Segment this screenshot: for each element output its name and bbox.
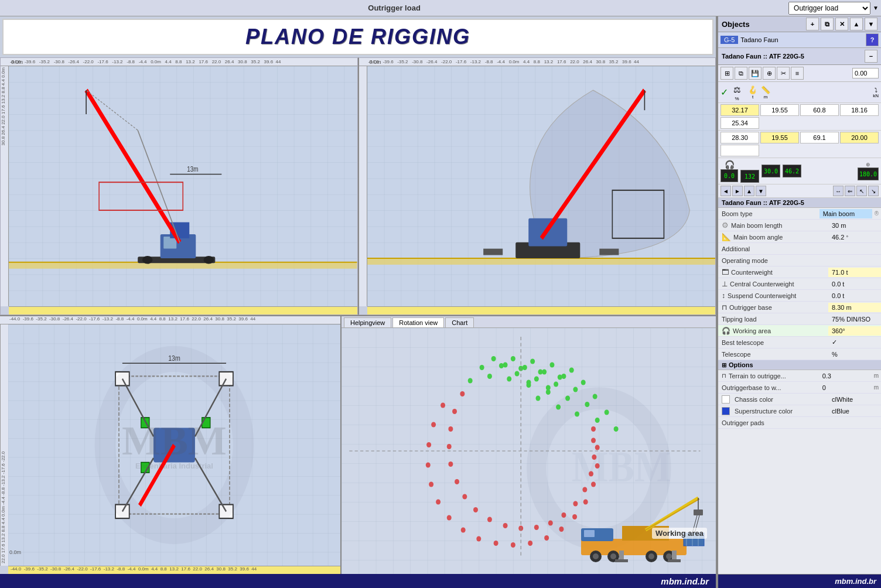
nav-down-icon[interactable]: ▼ <box>756 186 766 196</box>
svg-point-121 <box>591 482 596 487</box>
table-icon[interactable]: ≡ <box>791 67 804 80</box>
value-input[interactable] <box>852 68 879 78</box>
central-cw-key: ⊥ Central Counterweight <box>718 279 828 289</box>
nav-left-icon[interactable]: ◄ <box>720 186 731 196</box>
best-telescope-row: Best telescope ✓ <box>718 337 881 348</box>
plus-plus-icon[interactable]: ⊕ <box>763 67 776 80</box>
delete-object-icon[interactable]: ✕ <box>835 18 848 30</box>
svg-point-105 <box>440 403 445 408</box>
tipping-load-val: 75% DIN/ISO <box>828 314 881 324</box>
weight-icon: ⚖ <box>730 83 743 96</box>
percent-label: % <box>735 96 739 101</box>
properties-area: Boom type Main boom ® ⚙ Main boom length… <box>718 208 881 574</box>
front-view-ruler-bottom <box>9 306 357 314</box>
terrain-unit: m <box>872 372 881 379</box>
svg-point-93 <box>473 507 478 512</box>
svg-point-122 <box>595 463 600 469</box>
svg-point-89 <box>447 444 452 449</box>
best-telescope-val: ✓ <box>828 337 881 347</box>
bottom-bar: mbm.ind.br <box>0 574 716 588</box>
helpingview-tab[interactable]: Helpingview <box>344 317 391 327</box>
save-icon[interactable]: 💾 <box>749 67 762 80</box>
svg-point-91 <box>455 479 459 484</box>
counterweight-row: 🗔 Counterweight 71.0 t <box>718 266 881 278</box>
svg-point-114 <box>494 541 498 546</box>
check-icon: ✓ <box>720 87 728 98</box>
scissors-icon[interactable]: ✂ <box>777 67 790 80</box>
grid-icon[interactable]: ⊞ <box>720 67 733 80</box>
degree-unit: ° <box>846 235 848 241</box>
operating-mode-key: Operating mode <box>718 256 828 265</box>
outriggerbase-row: Outriggerbase to w... 0 m <box>718 382 881 394</box>
arrow-se-icon[interactable]: ↘ <box>868 186 879 196</box>
svg-rect-146 <box>694 510 703 515</box>
superstructure-val: clBlue <box>828 406 881 416</box>
arrow-nw-icon[interactable]: ↖ <box>856 186 867 196</box>
svg-point-106 <box>431 422 436 428</box>
nav-up-icon[interactable]: ▲ <box>744 186 754 196</box>
gauge5-icon: ⊕ <box>866 162 870 167</box>
svg-point-110 <box>436 500 440 505</box>
boom-type-row: Boom type Main boom ® <box>718 208 881 220</box>
svg-point-78 <box>526 380 531 385</box>
top-view-content: MBM Engenharia Industrial <box>8 324 340 566</box>
svg-point-111 <box>447 515 452 521</box>
central-cw-label: Central Counterweight <box>730 281 794 288</box>
suspend-cw-label: Suspend Counterweight <box>728 292 796 299</box>
m-label: m <box>764 94 768 100</box>
spacer: Outrigger load <box>2 4 786 12</box>
add-object-icon[interactable]: + <box>806 18 819 30</box>
telescope-row: Telescope % <box>718 348 881 360</box>
top-bar: Outrigger load Outrigger load Axle load … <box>0 0 881 16</box>
rotation-view-tab[interactable]: Rotation view <box>392 317 444 327</box>
svg-point-90 <box>448 461 453 467</box>
svg-point-107 <box>426 442 431 447</box>
counterweight-label: Counterweight <box>731 269 773 276</box>
svg-point-86 <box>460 391 465 396</box>
outrigger-load-dropdown[interactable]: Outrigger load Axle load Ground pressure <box>788 2 870 15</box>
svg-point-137 <box>666 553 672 559</box>
outrigger-pads-key: Outrigger pads <box>718 418 828 428</box>
prop-section-title: Tadano Faun :: ATF 220G-5 <box>722 199 804 206</box>
chart-tab[interactable]: Chart <box>445 317 474 327</box>
move-down-icon[interactable]: ▼ <box>865 18 877 30</box>
crane-full-name: Tadano Faun :: ATF 220G-5 <box>722 53 804 60</box>
options-section-header: ⊞ Options <box>718 360 881 370</box>
svg-point-116 <box>528 541 532 546</box>
terrain-key: ⊓ Terrain to outrigge... <box>718 371 819 381</box>
length-icon: 📏 <box>761 86 770 94</box>
arrow-left-icon[interactable]: ⇐ <box>845 186 855 196</box>
terrain-icon: ⊓ <box>722 372 726 379</box>
svg-point-97 <box>534 525 539 530</box>
options-section-label: Options <box>729 361 753 368</box>
kn-label: kN <box>873 93 879 98</box>
arrow-right-icon[interactable]: ↔ <box>833 186 844 196</box>
t-label: t <box>752 94 753 100</box>
gauge3-group: 30.0 <box>762 165 780 177</box>
svg-point-81 <box>593 394 597 399</box>
svg-point-51 <box>491 356 496 361</box>
svg-point-68 <box>565 396 570 401</box>
crane-name-bar: Tadano Faun :: ATF 220G-5 − <box>718 48 881 65</box>
copy-object-icon[interactable]: ⧉ <box>821 18 834 30</box>
svg-point-83 <box>614 426 619 432</box>
outrigger-base-row: ⊓ Outrigger base 8.30 m <box>718 302 881 313</box>
move-up-icon[interactable]: ▲ <box>850 18 863 30</box>
additional-val <box>828 248 881 250</box>
val-r1c3: 60.8 <box>800 104 839 116</box>
top-view-ruler-top: -44.0 -39.6 -35.2 -30.8 -26.4 -22.0 -17.… <box>0 316 340 324</box>
best-telescope-key: Best telescope <box>718 338 828 347</box>
kn-group: ⤵ kN <box>873 87 879 98</box>
outrigger-base-key: ⊓ Outrigger base <box>718 302 828 313</box>
superstructure-color-swatch <box>722 407 730 415</box>
svg-point-118 <box>559 527 564 532</box>
boom-type-key: Boom type <box>718 209 819 218</box>
svg-text:MBM: MBM <box>572 443 671 491</box>
crane-minimize-icon[interactable]: − <box>865 50 877 63</box>
nav-right-icon[interactable]: ► <box>732 186 743 196</box>
layers-icon[interactable]: ⧉ <box>735 67 747 80</box>
crane-help-icon[interactable]: ? <box>866 33 879 46</box>
chassis-color-label: Chassis color <box>735 396 773 403</box>
val-r1c5: 25.34 <box>720 117 759 129</box>
svg-point-85 <box>546 385 551 391</box>
